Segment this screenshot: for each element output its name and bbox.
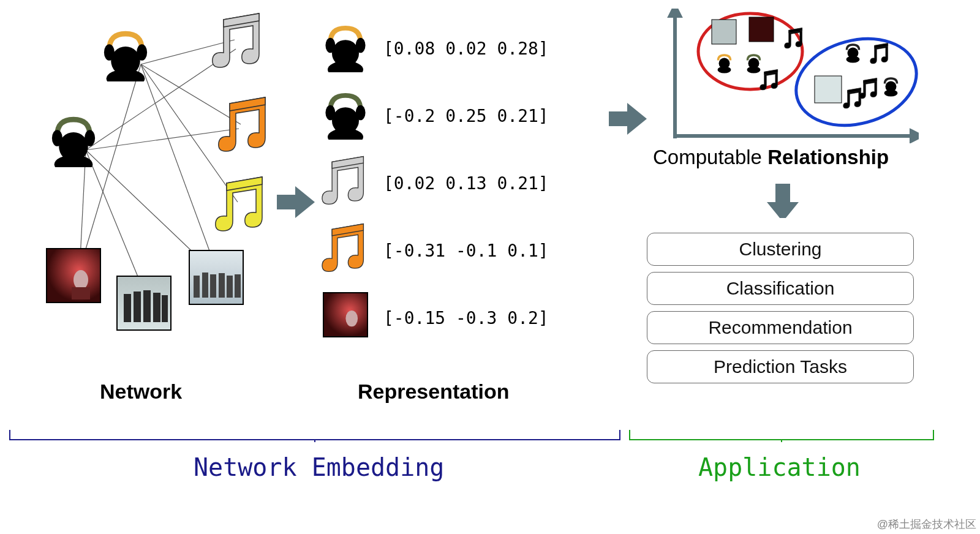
music-note-icon [321, 154, 368, 206]
relationship-label: Computable Relationship [653, 146, 889, 169]
music-note-icon [217, 95, 270, 153]
svg-rect-42 [815, 76, 842, 103]
svg-rect-24 [219, 273, 225, 298]
svg-rect-22 [202, 273, 208, 298]
svg-point-44 [884, 90, 898, 97]
vector-row: [0.02 0.13 0.21] [325, 159, 549, 207]
vector-value: [-0.15 -0.3 0.2] [383, 308, 549, 328]
svg-point-39 [747, 67, 761, 73]
svg-marker-31 [670, 9, 680, 16]
svg-rect-23 [210, 274, 216, 298]
vector-value: [0.02 0.13 0.21] [383, 173, 549, 194]
svg-point-37 [718, 67, 731, 73]
bracket-right [628, 429, 935, 442]
svg-rect-26 [235, 274, 241, 298]
svg-line-10 [86, 129, 239, 150]
application-box: Recommendation [647, 311, 914, 344]
band-photo [323, 292, 368, 337]
svg-point-27 [345, 310, 358, 326]
svg-rect-17 [134, 291, 141, 322]
svg-rect-19 [153, 293, 160, 322]
svg-rect-21 [194, 276, 200, 298]
music-note-icon [321, 222, 368, 273]
watermark: @稀土掘金技术社区 [877, 517, 976, 532]
svg-rect-16 [124, 294, 131, 322]
section-label-representation: Representation [358, 380, 510, 404]
section-label-network: Network [100, 380, 182, 404]
vector-row: [-0.2 0.25 0.21] [325, 92, 549, 140]
application-box: Classification [647, 272, 914, 305]
svg-point-41 [846, 56, 860, 63]
svg-rect-34 [712, 20, 736, 44]
vector-value: [0.08 0.02 0.28] [383, 39, 549, 59]
svg-rect-15 [72, 287, 90, 299]
band-photo [46, 248, 101, 303]
bracket-label-app: Application [698, 453, 861, 481]
application-box: Prediction Tasks [647, 350, 914, 383]
music-note-icon [211, 11, 263, 69]
arrow-down-icon [760, 184, 799, 218]
listener-icon [321, 86, 370, 140]
relationship-plot [662, 9, 919, 143]
svg-point-14 [74, 270, 88, 290]
svg-rect-20 [162, 295, 168, 322]
arrow-icon [277, 186, 317, 220]
band-photo [189, 250, 244, 305]
svg-rect-35 [749, 17, 774, 42]
vector-row: [-0.15 -0.3 0.2] [325, 294, 549, 342]
svg-rect-25 [227, 276, 233, 298]
svg-rect-18 [143, 290, 151, 322]
band-photo [116, 276, 172, 331]
vector-row: [-0.31 -0.1 0.1] [325, 227, 549, 274]
vector-value: [-0.31 -0.1 0.1] [383, 241, 549, 261]
representation-panel: [0.08 0.02 0.28] [-0.2 0.25 0.21] [0.02 … [325, 24, 588, 367]
listener-icon [98, 23, 153, 81]
svg-point-33 [786, 26, 919, 138]
svg-marker-29 [911, 131, 919, 141]
bracket-left [9, 429, 621, 442]
vector-row: [0.08 0.02 0.28] [325, 24, 549, 72]
music-note-icon [214, 175, 266, 233]
listener-icon [321, 18, 370, 72]
bracket-label-netemb: Network Embedding [194, 453, 444, 481]
vector-value: [-0.2 0.25 0.21] [383, 106, 549, 126]
network-panel [24, 12, 288, 343]
listener-icon [46, 109, 101, 167]
arrow-icon [609, 103, 649, 137]
svg-line-8 [141, 64, 217, 273]
application-box: Clustering [647, 233, 914, 266]
